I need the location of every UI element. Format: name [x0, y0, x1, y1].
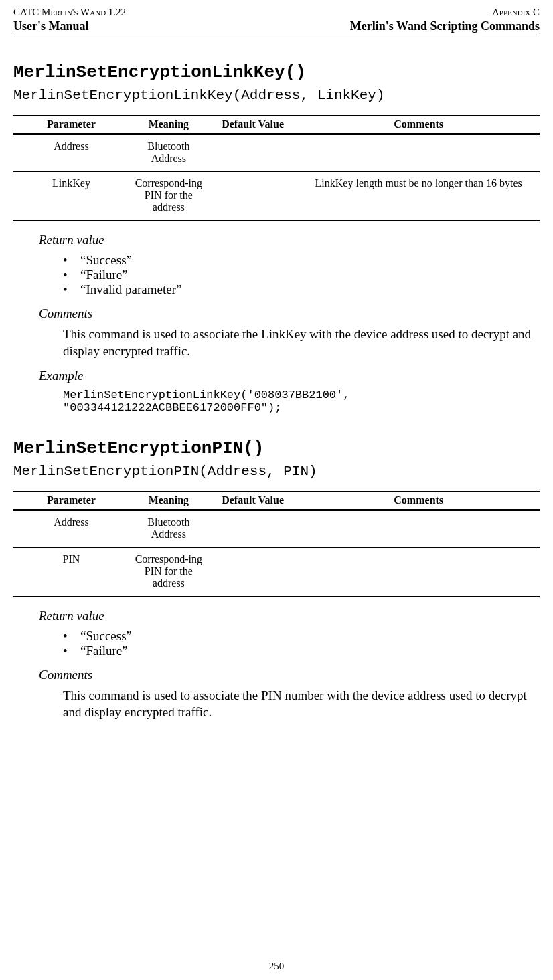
th-default: Default Value: [208, 492, 298, 510]
th-parameter: Parameter: [13, 492, 129, 510]
td-default: [208, 510, 298, 548]
example-section-linkkey: Example MerlinSetEncryptionLinkKey('0080…: [39, 369, 540, 414]
list-item: “Success”: [63, 629, 540, 644]
td-comments: LinkKey length must be no longer than 16…: [297, 172, 540, 221]
function-title-linkkey: MerlinSetEncryptionLinkKey(): [13, 62, 540, 82]
page-subheader: User's Manual Merlin's Wand Scripting Co…: [13, 19, 540, 33]
page-header: CATC Merlin's Wand 1.22 Appendix C: [13, 7, 540, 18]
product-name: CATC Merlin's Wand 1.22: [13, 7, 126, 18]
th-comments: Comments: [297, 492, 540, 510]
td-param: LinkKey: [13, 172, 129, 221]
appendix-label: Appendix C: [492, 7, 540, 18]
comments-body: This command is used to associate the PI…: [63, 688, 540, 720]
td-meaning: Correspond-ing PIN for the address: [129, 548, 208, 597]
td-default: [208, 134, 298, 172]
th-default: Default Value: [208, 116, 298, 134]
return-section-pin: Return value “Success” “Failure”: [39, 609, 540, 658]
table-row: Address Bluetooth Address: [13, 134, 540, 172]
params-table-linkkey: Parameter Meaning Default Value Comments…: [13, 115, 540, 221]
td-comments: [297, 134, 540, 172]
return-section-linkkey: Return value “Success” “Failure” “Invali…: [39, 233, 540, 297]
table-row: Address Bluetooth Address: [13, 510, 540, 548]
list-item: “Invalid parameter”: [63, 282, 540, 297]
td-comments: [297, 548, 540, 597]
comments-label: Comments: [39, 306, 540, 321]
th-comments: Comments: [297, 116, 540, 134]
function-signature-pin: MerlinSetEncryptionPIN(Address, PIN): [13, 464, 540, 479]
th-parameter: Parameter: [13, 116, 129, 134]
comments-label: Comments: [39, 668, 540, 682]
function-title-pin: MerlinSetEncryptionPIN(): [13, 438, 540, 458]
td-param: Address: [13, 134, 129, 172]
td-meaning: Correspond-ing PIN for the address: [129, 172, 208, 221]
example-label: Example: [39, 369, 540, 383]
return-list: “Success” “Failure” “Invalid parameter”: [63, 253, 540, 297]
params-table-pin: Parameter Meaning Default Value Comments…: [13, 491, 540, 597]
td-param: PIN: [13, 548, 129, 597]
list-item: “Success”: [63, 253, 540, 268]
function-signature-linkkey: MerlinSetEncryptionLinkKey(Address, Link…: [13, 88, 540, 103]
subtitle-label: Merlin's Wand Scripting Commands: [350, 19, 540, 33]
comments-section-linkkey: Comments This command is used to associa…: [39, 306, 540, 359]
return-list: “Success” “Failure”: [63, 629, 540, 658]
example-code: MerlinSetEncryptionLinkKey('008037BB2100…: [63, 389, 540, 414]
td-default: [208, 548, 298, 597]
th-meaning: Meaning: [129, 492, 208, 510]
td-comments: [297, 510, 540, 548]
page-number: 250: [0, 961, 553, 972]
td-param: Address: [13, 510, 129, 548]
comments-section-pin: Comments This command is used to associa…: [39, 668, 540, 720]
td-meaning: Bluetooth Address: [129, 510, 208, 548]
list-item: “Failure”: [63, 268, 540, 282]
return-label: Return value: [39, 609, 540, 623]
td-default: [208, 172, 298, 221]
comments-body: This command is used to associate the Li…: [63, 326, 540, 359]
list-item: “Failure”: [63, 644, 540, 658]
table-row: LinkKey Correspond-ing PIN for the addre…: [13, 172, 540, 221]
header-rule: [13, 35, 540, 35]
manual-label: User's Manual: [13, 19, 89, 33]
th-meaning: Meaning: [129, 116, 208, 134]
table-row: PIN Correspond-ing PIN for the address: [13, 548, 540, 597]
td-meaning: Bluetooth Address: [129, 134, 208, 172]
return-label: Return value: [39, 233, 540, 248]
